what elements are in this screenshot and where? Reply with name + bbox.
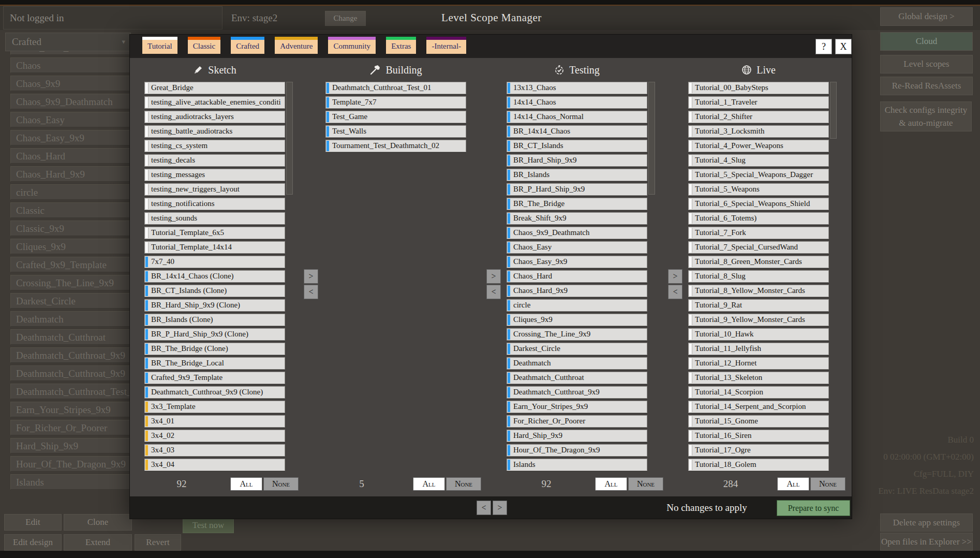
level-item[interactable]: Great_Bridge [144,82,285,94]
level-item[interactable]: Tutorial_14_Scorpion [688,386,829,399]
sidebar-level-item[interactable]: Darkest_Circle [10,293,131,309]
level-item[interactable]: Tutorial_12_Hornet [688,357,829,370]
revert-button[interactable]: Revert [135,534,181,551]
building-select-all-button[interactable]: All [413,477,445,491]
level-item[interactable]: Tutorial_14_Serpent_and_Scorpion [688,401,829,413]
live-select-none-button[interactable]: None [810,477,845,491]
sidebar-level-item[interactable]: Deathmatch [10,311,131,327]
level-item[interactable]: BR_Islands [507,169,647,181]
sidebar-level-item[interactable]: For_Richer_Or_Poorer [10,420,131,435]
level-item[interactable]: Chaos_Easy_9x9 [507,256,647,268]
level-item[interactable]: Test_Walls [325,125,466,138]
sidebar-level-item[interactable]: Chaos_Hard_9x9 [10,166,131,182]
level-item[interactable]: BR_14x14_Chaos (Clone) [144,270,285,283]
scope-tab[interactable]: Community [328,37,376,54]
level-item[interactable]: Break_Shift_9x9 [507,212,647,225]
level-item[interactable]: Tutorial_6_Special_Weapons_Shield [688,198,829,210]
sidebar-level-item[interactable]: Chaos_Easy [10,112,131,127]
level-item[interactable]: BR_The_Bridge (Clone) [144,343,285,355]
sidebar-level-item[interactable]: Hard_Ship_9x9 [10,438,131,453]
level-item[interactable]: Hard_Ship_9x9 [507,430,647,442]
live-select-all-button[interactable]: All [777,477,809,491]
level-item[interactable]: Tutorial_8_Green_Monster_Cards [688,256,829,268]
level-item[interactable]: BR_P_Hard_Ship_9x9 [507,183,647,196]
level-item[interactable]: Tutorial_2_Shifter [688,111,829,123]
sidebar-level-item[interactable]: Hour_Of_The_Dragon_9x9 [10,456,131,472]
level-item[interactable]: BR_The_Bridge [507,198,647,210]
history-back-button[interactable]: < [477,501,491,515]
level-item[interactable]: Chaos_Hard_9x9 [507,285,647,297]
level-item[interactable]: Chaos_Easy [507,241,647,254]
help-button[interactable]: ? [815,39,832,54]
scope-tab[interactable]: Extras [386,37,416,54]
history-forward-button[interactable]: > [493,501,507,515]
sidebar-level-item[interactable]: Deathmatch_Cutthroat [10,329,131,345]
level-item[interactable]: 7x7_40 [144,256,285,268]
level-item[interactable]: testing_sounds [144,212,285,225]
edit-button[interactable]: Edit [4,514,62,531]
scope-tab[interactable]: Tutorial [142,37,177,54]
level-item[interactable]: testing_new_triggers_layout [144,183,285,196]
check-configs-button[interactable]: Check configs integrity & auto-migrate [880,101,972,131]
level-item[interactable]: 14x14_Chaos_Normal [507,111,647,123]
level-item[interactable]: Tutorial_10_Hawk [688,328,829,341]
level-item[interactable]: 3x4_01 [144,415,285,428]
level-item[interactable]: BR_P_Hard_Ship_9x9 (Clone) [144,328,285,341]
sidebar-level-item[interactable]: Deathmatch_Cutthroat_Test_01 [10,384,131,399]
level-item[interactable]: testing_cs_system [144,140,285,152]
level-item[interactable]: BR_The_Bridge_Local [144,357,285,370]
login-status-box[interactable]: Not logged in [3,6,222,30]
level-item[interactable]: 14x14_Chaos [507,96,647,109]
change-env-button[interactable]: Change [325,11,366,26]
move-left-button[interactable]: < [304,285,318,299]
level-item[interactable]: testing_decals [144,154,285,167]
level-item[interactable]: Tutorial_7_Special_CursedWand [688,241,829,254]
move-left-button[interactable]: < [668,285,682,299]
level-item[interactable]: Tutorial_4_Power_Weapons [688,140,829,152]
level-item[interactable]: Darkest_Circle [507,343,647,355]
level-item[interactable]: testing_notifications [144,198,285,210]
sidebar-level-item[interactable]: Chaos_9x9 [10,76,131,91]
open-files-explorer-button[interactable]: Open files in Explorer >> [880,533,973,551]
sidebar-level-item[interactable]: Classic [10,202,131,218]
level-item[interactable]: Tutorial_1_Traveler [688,96,829,109]
level-item[interactable]: Tutorial_Template_14x14 [144,241,285,254]
level-item[interactable]: BR_CT_Islands (Clone) [144,285,285,297]
level-item[interactable]: 3x4_03 [144,444,285,457]
sidebar-level-item[interactable]: Classic_9x9 [10,221,131,236]
level-item[interactable]: testing_audiotracks_layers [144,111,285,123]
level-item[interactable]: Deathmatch_Cutthroat_9x9 (Clone) [144,386,285,399]
sidebar-level-item[interactable]: Chaos_9x9_Deathmatch [10,94,131,109]
level-item[interactable]: Deathmatch_Cutthroat [507,372,647,384]
sidebar-level-item[interactable]: Deathmatch_Cutthroat_9x9 [10,365,131,381]
testing-select-none-button[interactable]: None [628,477,663,491]
scope-tab[interactable]: -Internal- [426,37,466,54]
level-item[interactable]: BR_Hard_Ship_9x9 (Clone) [144,299,285,312]
sketch-scrollbar[interactable] [286,82,293,195]
level-item[interactable]: Cliques_9x9 [507,314,647,326]
level-item[interactable]: BR_Hard_Ship_9x9 [507,154,647,167]
level-item[interactable]: Tutorial_8_Yellow_Monster_Cards [688,285,829,297]
sidebar-level-item[interactable]: Chaos [10,57,131,73]
level-item[interactable]: testing_messages [144,169,285,181]
level-item[interactable]: Tutorial_7_Fork [688,227,829,239]
level-item[interactable]: testing_alive_attackable_enemies_conditi [144,96,285,109]
level-item[interactable]: Tutorial_00_BabySteps [688,82,829,94]
level-item[interactable]: 3x4_02 [144,430,285,442]
sidebar-level-item[interactable]: Chaos_Easy_9x9 [10,130,131,145]
scope-tab[interactable]: Classic [188,37,220,54]
level-item[interactable]: testing_battle_audiotracks [144,125,285,138]
level-item[interactable]: Tournament_Test_Deathmatch_02 [325,140,466,152]
level-item[interactable]: Tutorial_5_Weapons [688,183,829,196]
delete-app-settings-button[interactable]: Delete app settings [880,513,973,532]
level-item[interactable]: Deathmatch_Cutthroat_9x9 [507,386,647,399]
level-item[interactable]: Deathmatch [507,357,647,370]
level-item[interactable]: Chaos_9x9_Deathmatch [507,227,647,239]
sidebar-level-item[interactable]: Crafted_9x9_Template [10,257,131,272]
sidebar-level-item[interactable]: Crossing_The_Line_9x9 [10,275,131,290]
building-select-none-button[interactable]: None [446,477,481,491]
testing-select-all-button[interactable]: All [595,477,627,491]
level-item[interactable]: circle [507,299,647,312]
level-item[interactable]: BR_Islands (Clone) [144,314,285,326]
scope-tab[interactable]: Adventure [275,37,318,54]
